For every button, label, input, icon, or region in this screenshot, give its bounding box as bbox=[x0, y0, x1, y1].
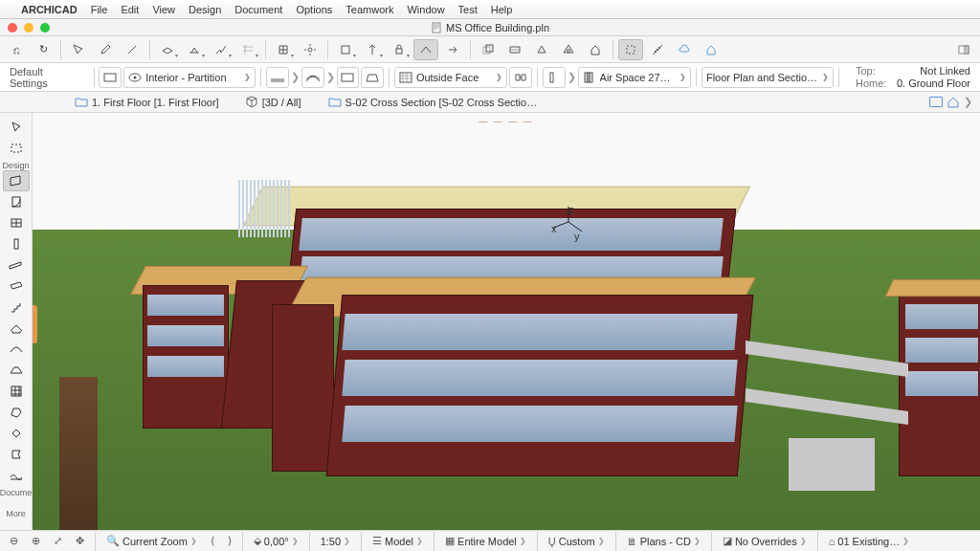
menu-window[interactable]: Window bbox=[407, 4, 444, 15]
composite-dropdown[interactable]: Air Space 272… ❯ bbox=[578, 67, 691, 88]
fit-window[interactable]: ⤢ bbox=[50, 535, 66, 547]
goto-button[interactable]: ▾ bbox=[360, 39, 385, 60]
skylight-tool[interactable] bbox=[3, 360, 30, 381]
beam-tool[interactable] bbox=[3, 254, 30, 276]
menu-edit[interactable]: Edit bbox=[121, 4, 139, 15]
design-section-label[interactable]: Design bbox=[2, 161, 29, 170]
cursor-snap[interactable]: ▾ bbox=[209, 39, 234, 60]
top-value[interactable]: Not Linked bbox=[894, 65, 970, 77]
camera-button[interactable] bbox=[556, 39, 581, 60]
document-section-label[interactable]: Docume bbox=[0, 488, 32, 497]
geometry-straight[interactable] bbox=[266, 67, 289, 88]
pick-button[interactable] bbox=[66, 39, 91, 60]
home-value[interactable]: 0. Ground Floor bbox=[894, 77, 970, 89]
renovation[interactable]: ⌂ 01 Existing… ❯ bbox=[825, 536, 913, 547]
overrides[interactable]: ◪ No Overrides ❯ bbox=[719, 535, 811, 547]
wall-rect-method[interactable] bbox=[99, 67, 122, 88]
layers-combo[interactable]: ☰ Model ❯ bbox=[368, 535, 427, 547]
slab-tool[interactable] bbox=[3, 276, 30, 297]
minimize-button[interactable] bbox=[24, 23, 33, 33]
geometry-method-button[interactable] bbox=[413, 39, 438, 60]
lock-button[interactable]: ▾ bbox=[387, 39, 412, 60]
trace-button[interactable] bbox=[476, 39, 501, 60]
mesh-tool[interactable] bbox=[3, 465, 30, 486]
display-filter[interactable]: ▦ Entire Model ❯ bbox=[441, 535, 530, 547]
reference-line-dropdown[interactable]: Outside Face ❯ bbox=[394, 67, 507, 88]
default-settings-label[interactable]: Default Settings bbox=[4, 66, 89, 89]
home-view-button[interactable] bbox=[583, 39, 608, 60]
redo-button[interactable]: ↻ bbox=[31, 39, 56, 60]
morph-tool[interactable] bbox=[3, 402, 30, 423]
grid-button[interactable]: ▾ bbox=[271, 39, 296, 60]
zone-tool[interactable] bbox=[3, 444, 30, 465]
perspective-button[interactable] bbox=[529, 39, 554, 60]
guides-button[interactable]: ▾ bbox=[235, 39, 260, 60]
measure-button[interactable] bbox=[645, 39, 670, 60]
menu-view[interactable]: View bbox=[152, 4, 175, 15]
menu-file[interactable]: File bbox=[91, 4, 108, 15]
menu-help[interactable]: Help bbox=[491, 4, 513, 15]
geometry-chain[interactable] bbox=[337, 67, 360, 88]
floorplan-dropdown[interactable]: Floor Plan and Section… ❯ bbox=[702, 67, 834, 88]
arrow-tool[interactable] bbox=[3, 117, 30, 138]
partition-dropdown[interactable]: Interior - Partition ❯ bbox=[123, 67, 256, 88]
flip-button[interactable] bbox=[509, 67, 532, 88]
orientation[interactable]: ⬙ 0,00° ❯ bbox=[250, 535, 302, 547]
prev-view[interactable]: ⟨ bbox=[207, 535, 218, 547]
tab-floorplan[interactable]: 1. First Floor [1. First Floor] bbox=[75, 97, 219, 108]
zoom-dropdown[interactable]: 🔍 Current Zoom ❯ bbox=[102, 535, 201, 547]
column-tool[interactable] bbox=[3, 233, 30, 254]
more-section-label[interactable]: More bbox=[6, 509, 26, 518]
palette-handle[interactable] bbox=[33, 305, 37, 343]
stair-tool[interactable] bbox=[3, 297, 30, 318]
view-map[interactable]: 🗎 Plans - CD ❯ bbox=[623, 536, 704, 547]
window-titlebar: MS Office Building.pln bbox=[0, 19, 980, 36]
marquee-button[interactable] bbox=[618, 39, 643, 60]
elevation-select[interactable]: ▾ bbox=[182, 39, 207, 60]
window-tool[interactable] bbox=[3, 212, 30, 233]
roof-tool[interactable] bbox=[3, 318, 30, 339]
syringe-button[interactable] bbox=[120, 39, 145, 60]
zoom-in[interactable]: ⊕ bbox=[28, 535, 44, 547]
panel-toggle-button[interactable] bbox=[951, 39, 976, 60]
menu-document[interactable]: Document bbox=[234, 4, 282, 15]
plane-select[interactable]: ▾ bbox=[155, 39, 180, 60]
pens[interactable]: Ų Custom ❯ bbox=[545, 536, 609, 547]
menu-options[interactable]: Options bbox=[296, 4, 332, 15]
eyedropper-button[interactable] bbox=[93, 39, 118, 60]
tab-section-label: S-02 Cross Section [S-02 Cross Sectio… bbox=[345, 97, 538, 108]
tab-3d[interactable]: [3D / All] bbox=[246, 96, 301, 108]
object-tool[interactable] bbox=[3, 423, 30, 444]
tab-section[interactable]: S-02 Cross Section [S-02 Cross Sectio… bbox=[328, 97, 538, 108]
pan[interactable]: ✥ bbox=[72, 535, 88, 547]
chevron-icon[interactable]: ❯ bbox=[964, 96, 972, 108]
door-tool[interactable] bbox=[3, 191, 30, 212]
zoom-out[interactable]: ⊖ bbox=[6, 535, 22, 547]
home-icon[interactable] bbox=[947, 96, 960, 108]
options-bar: Default Settings Interior - Partition ❯ … bbox=[0, 63, 980, 92]
layout-icon[interactable] bbox=[929, 97, 943, 107]
app-name[interactable]: ARCHICAD bbox=[21, 4, 78, 15]
wall-tool[interactable] bbox=[3, 170, 30, 191]
undo-button[interactable]: ⎌ bbox=[4, 39, 29, 60]
teamwork-button[interactable] bbox=[699, 39, 724, 60]
menu-test[interactable]: Test bbox=[458, 4, 478, 15]
shell-tool[interactable] bbox=[3, 339, 30, 360]
curtainwall-tool[interactable] bbox=[3, 381, 30, 402]
zoom-button[interactable] bbox=[40, 23, 50, 33]
next-view[interactable]: ⟩ bbox=[224, 535, 235, 547]
profile-basic[interactable] bbox=[543, 67, 566, 88]
menu-teamwork[interactable]: Teamwork bbox=[345, 4, 393, 15]
snap-button[interactable] bbox=[298, 39, 323, 60]
3d-viewport[interactable]: — — — — z x y bbox=[33, 113, 980, 530]
suspend-button[interactable]: ▾ bbox=[333, 39, 358, 60]
close-button[interactable] bbox=[8, 23, 17, 33]
geometry-curved[interactable] bbox=[301, 67, 324, 88]
geometry-trapezoid[interactable] bbox=[361, 67, 384, 88]
marquee-tool[interactable] bbox=[3, 138, 30, 159]
menu-design[interactable]: Design bbox=[189, 4, 221, 15]
cloud-button[interactable] bbox=[672, 39, 697, 60]
scale[interactable]: 1:50 ❯ bbox=[317, 536, 354, 547]
wall-end-button[interactable] bbox=[440, 39, 465, 60]
cutplane-button[interactable] bbox=[502, 39, 527, 60]
